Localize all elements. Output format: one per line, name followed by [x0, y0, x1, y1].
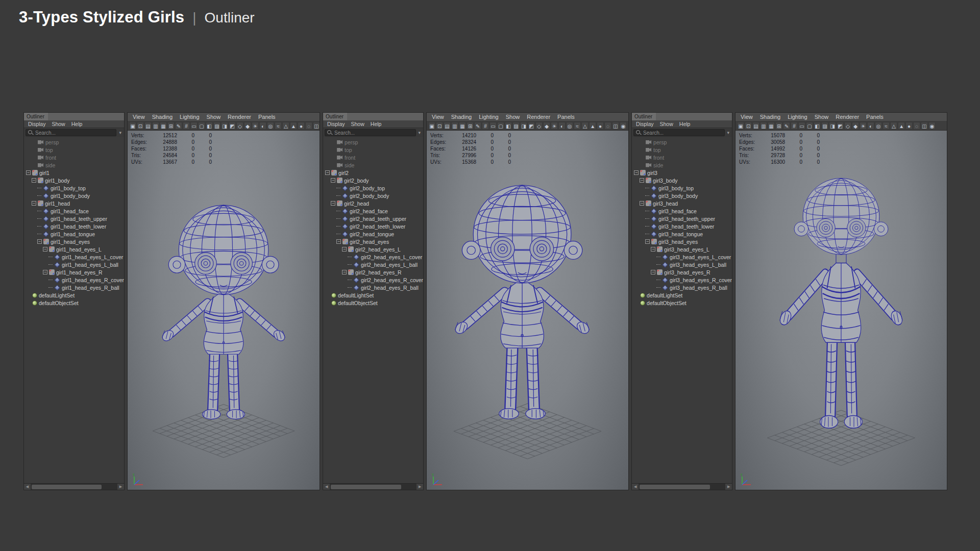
select-camera-icon[interactable]: ▣: [428, 122, 435, 130]
outliner-tree-item[interactable]: − girl1_head_eyes: [24, 238, 124, 245]
tree-expander-icon[interactable]: [645, 218, 649, 219]
outliner-tree-item[interactable]: girl1_head_face: [24, 207, 124, 215]
shadows-icon[interactable]: ◐: [558, 122, 566, 130]
outliner-menu-help[interactable]: Help: [368, 121, 384, 127]
tree-expander-icon[interactable]: [640, 163, 644, 167]
tree-expander-icon[interactable]: [331, 155, 335, 160]
tree-expander-icon[interactable]: −: [26, 170, 31, 175]
frame-selection-icon[interactable]: ◆: [543, 122, 550, 130]
outliner-tree-item[interactable]: girl2_head_eyes_R_cover: [323, 276, 423, 284]
viewport-menu-view[interactable]: View: [738, 114, 756, 120]
frame-selection-icon[interactable]: ◆: [852, 122, 859, 130]
outliner-tree-item[interactable]: − girl2_body: [323, 177, 423, 184]
ambient-occlusion-icon[interactable]: ◎: [566, 122, 573, 130]
search-input[interactable]: Search...: [325, 129, 415, 136]
scroll-thumb[interactable]: [331, 485, 401, 489]
viewport-menu-view[interactable]: View: [429, 114, 447, 120]
tree-expander-icon[interactable]: [645, 234, 649, 234]
gate-mask-icon[interactable]: ◧: [505, 122, 512, 130]
gate-mask-icon[interactable]: ◧: [814, 122, 821, 130]
textured-icon[interactable]: ●: [597, 122, 604, 130]
tree-expander-icon[interactable]: [656, 280, 660, 280]
tree-expander-icon[interactable]: [634, 300, 639, 305]
tree-expander-icon[interactable]: −: [37, 239, 42, 244]
wireframe-icon[interactable]: △: [282, 122, 289, 130]
viewport-menu-lighting[interactable]: Lighting: [476, 114, 502, 120]
viewport-menu-renderer[interactable]: Renderer: [225, 114, 254, 120]
viewport-menu-show[interactable]: Show: [812, 114, 832, 120]
outliner-menu-help[interactable]: Help: [69, 121, 85, 127]
search-input[interactable]: Search...: [26, 129, 116, 136]
tree-expander-icon[interactable]: [640, 140, 644, 144]
scroll-track[interactable]: [31, 484, 117, 490]
outliner-tree-item[interactable]: − girl3_head_eyes_L: [632, 245, 732, 253]
tree-expander-icon[interactable]: [331, 140, 335, 144]
tree-expander-icon[interactable]: [32, 163, 36, 167]
image-plane-icon[interactable]: ▦: [160, 122, 167, 130]
tree-expander-icon[interactable]: −: [43, 247, 47, 252]
grease-pencil-icon[interactable]: ✎: [474, 122, 481, 130]
search-filter-caret-icon[interactable]: ▾: [118, 130, 122, 135]
film-gate-icon[interactable]: ▭: [489, 122, 497, 130]
outliner-tree-item[interactable]: defaultLightSet: [632, 291, 732, 299]
outliner-tree-item[interactable]: − girl3_head: [632, 199, 732, 207]
outliner-tree-item[interactable]: side: [632, 161, 732, 169]
outliner-tree-item[interactable]: girl3_head_eyes_R_ball: [632, 284, 732, 291]
tree-expander-icon[interactable]: [48, 287, 53, 288]
grease-pencil-icon[interactable]: ✎: [175, 122, 182, 130]
outliner-tree-item[interactable]: − girl3_head_eyes: [632, 238, 732, 245]
tree-expander-icon[interactable]: [331, 163, 335, 167]
tree-expander-icon[interactable]: −: [645, 239, 650, 244]
tree-expander-icon[interactable]: −: [336, 239, 341, 244]
viewport-menu-panels[interactable]: Panels: [255, 114, 279, 120]
tree-expander-icon[interactable]: [645, 195, 649, 196]
image-plane-icon[interactable]: ▦: [459, 122, 466, 130]
tree-expander-icon[interactable]: [26, 293, 31, 297]
tree-expander-icon[interactable]: [37, 234, 41, 234]
scroll-track[interactable]: [330, 484, 416, 490]
outliner-tree-item[interactable]: front: [632, 154, 732, 161]
outliner-tree-item[interactable]: − girl1_head_eyes_L: [24, 245, 124, 253]
outliner-tree-item[interactable]: girl3_head_eyes_L_cover: [632, 253, 732, 261]
tree-expander-icon[interactable]: [348, 257, 352, 257]
outliner-menu-show[interactable]: Show: [657, 121, 676, 127]
tree-expander-icon[interactable]: [336, 188, 340, 188]
viewport-menu-panels[interactable]: Panels: [554, 114, 578, 120]
outliner-tree-item[interactable]: defaultLightSet: [24, 291, 124, 299]
tree-expander-icon[interactable]: [645, 226, 649, 227]
outliner-tree-item[interactable]: − girl2: [323, 169, 423, 177]
horizontal-scrollbar[interactable]: ◀ ▶: [24, 483, 124, 490]
grid-icon[interactable]: #: [791, 122, 798, 130]
outliner-tree-item[interactable]: side: [323, 161, 423, 169]
bookmarks-icon[interactable]: ▥: [451, 122, 458, 130]
frame-all-icon[interactable]: ◇: [844, 122, 851, 130]
viewport-menu-renderer[interactable]: Renderer: [832, 114, 862, 120]
lighting-icon[interactable]: ☀: [551, 122, 558, 130]
viewport-menu-lighting[interactable]: Lighting: [177, 114, 203, 120]
isolate-select-icon[interactable]: ◉: [928, 122, 936, 130]
tree-expander-icon[interactable]: [634, 293, 639, 297]
tree-expander-icon[interactable]: [32, 155, 36, 160]
viewport-canvas[interactable]: Verts: 14210 0 0 Edges: 28324 0 0 Faces:…: [427, 131, 628, 490]
scroll-right-icon[interactable]: ▶: [416, 484, 423, 490]
lighting-icon[interactable]: ☀: [860, 122, 867, 130]
tree-expander-icon[interactable]: [37, 211, 41, 211]
wireframe-icon[interactable]: △: [890, 122, 897, 130]
outliner-tree-item[interactable]: − girl3: [632, 169, 732, 177]
select-camera-icon[interactable]: ▣: [129, 122, 136, 130]
tree-expander-icon[interactable]: [656, 264, 660, 265]
safe-title-icon[interactable]: ◩: [528, 122, 535, 130]
gate-mask-icon[interactable]: ◧: [206, 122, 213, 130]
outliner-tree-item[interactable]: − girl1: [24, 169, 124, 177]
anti-aliasing-icon[interactable]: ≈: [574, 122, 581, 130]
outliner-tree-item[interactable]: − girl1_head_eyes_R: [24, 268, 124, 276]
select-camera-icon[interactable]: ▣: [737, 122, 744, 130]
outliner-tree-item[interactable]: defaultObjectSet: [632, 299, 732, 307]
tree-expander-icon[interactable]: −: [342, 247, 347, 252]
outliner-tree-item[interactable]: persp: [632, 138, 732, 146]
outliner-tree-item[interactable]: girl1_head_teeth_upper: [24, 215, 124, 222]
outliner-menu-display[interactable]: Display: [26, 121, 48, 127]
lock-camera-icon[interactable]: ⊡: [137, 122, 144, 130]
shaded-icon[interactable]: ▲: [898, 122, 905, 130]
outliner-tree-item[interactable]: girl2_body_top: [323, 184, 423, 192]
